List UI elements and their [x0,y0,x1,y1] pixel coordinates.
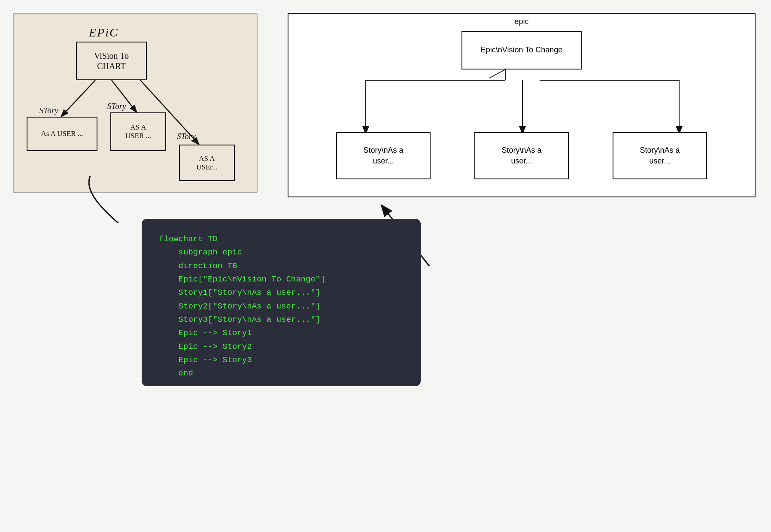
code-line-10: Epic --> Story3 [159,354,404,367]
sketch-vision-box: ViSion To CHART [76,42,147,80]
sketch-story3-label: STory [177,132,196,141]
diagram-story3-box: Story\nAs auser... [613,132,707,179]
code-panel: flowchart TD subgraph epic direction TB … [142,219,421,386]
code-line-9: Epic --> Story2 [159,340,404,354]
diagram-panel: epic Epic\nVision To Change Story\nAs au… [288,13,756,197]
code-line-11: end [159,367,404,380]
code-line-2: subgraph epic [159,246,404,259]
code-line-5: Story1["Story\nAs a user..."] [159,286,404,299]
diagram-epic-box: Epic\nVision To Change [461,31,582,70]
svg-line-0 [62,80,95,116]
diagram-story2-box: Story\nAs auser... [474,132,569,179]
diagram-story1-box: Story\nAs auser... [336,132,431,179]
sketch-epic-label: EPiC [89,26,118,39]
sketch-story1-box: As A USER ... [27,117,97,151]
sketch-photo: EPiC ViSion To CHART STory STory STory A… [13,13,258,193]
code-line-4: Epic["Epic\nVision To Change"] [159,273,404,286]
code-line-8: Epic --> Story1 [159,326,404,340]
sketch-story2-box: AS A USER ... [110,112,166,151]
sketch-story2-label: STory [107,102,126,111]
sketch-story1-label: STory [39,106,58,115]
code-line-6: Story2["Story\nAs a user..."] [159,300,404,313]
sketch-story3-box: AS A USEr... [179,145,235,181]
code-line-1: flowchart TD [159,233,404,246]
diagram-story-row: Story\nAs auser... Story\nAs auser... St… [288,132,755,179]
code-line-7: Story3["Story\nAs a user..."] [159,313,404,326]
diagram-epic-label: epic [514,17,528,26]
code-line-3: direction TB [159,260,404,273]
